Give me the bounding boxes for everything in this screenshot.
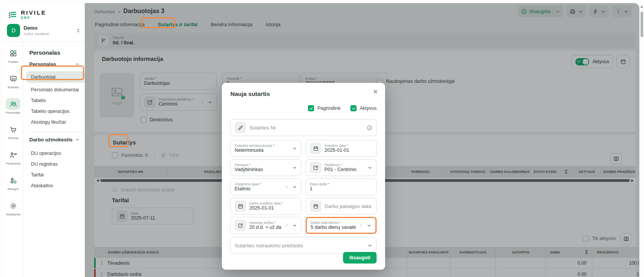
atlyginimo-tipas-select[interactable]: Atlyginimo tipasEtatinis — [230, 178, 301, 195]
rail-item-atsargos[interactable]: Atsargos — [3, 175, 23, 191]
sidebar-item-atostogu-likuciai[interactable]: Atostogų likučiai — [26, 116, 86, 128]
chevron-down-icon[interactable] — [292, 223, 297, 228]
rail-label: Atsargos — [3, 187, 23, 191]
calendar-icon[interactable] — [310, 200, 321, 212]
sidebar: RIVILE ERP D Demo Aušra Juodienė Pradžia… — [3, 3, 85, 277]
checkbox-checked[interactable] — [350, 105, 357, 111]
close-icon[interactable] — [373, 89, 378, 94]
aktyvus-checkbox[interactable]: Aktyvus — [350, 105, 377, 111]
sales-icon — [6, 149, 20, 161]
people-icon — [6, 98, 20, 110]
sutarties-data-field[interactable]: Sutarties data2025-01-01 — [306, 140, 377, 157]
group-darbo-uzmokestis[interactable]: Darbo užmokestis — [29, 137, 80, 143]
save-button[interactable]: Išsaugoti — [343, 252, 377, 264]
group-personalas[interactable]: Personalas — [29, 61, 80, 67]
icon-rail: Pradžia Apskaita Personalas Pirkimai Par… — [3, 42, 23, 277]
modal-title: Nauja sutartis — [230, 91, 377, 97]
calendar-icon[interactable] — [235, 200, 246, 212]
shapes-icon — [6, 175, 20, 186]
rail-label: Personalas — [3, 111, 23, 114]
page-scrollbar-thumb[interactable] — [641, 12, 643, 37]
darbo-kalendorius-select[interactable]: Darbo kalendorius5 darbo dienų savaitė — [306, 217, 377, 234]
rail-item-nustatymai[interactable]: Nustatymai — [3, 200, 23, 216]
rail-label: Pardavimai — [3, 162, 23, 165]
rail-item-personalas[interactable]: Personalas — [3, 98, 23, 114]
rail-item-pirkimai[interactable]: Pirkimai — [3, 124, 23, 140]
calendar-icon[interactable] — [310, 143, 321, 154]
chevron-down-icon[interactable] — [292, 165, 297, 170]
pagrindine-checkbox[interactable]: Pagrindinė — [308, 105, 340, 111]
pencil-icon — [235, 122, 246, 133]
rail-label: Pirkimai — [3, 136, 23, 140]
sidebar-item-du-registras[interactable]: DU registras — [26, 158, 86, 170]
sidebar-menu: Personalas Personalas Darbuotojai Person… — [23, 42, 85, 277]
pareigos-select[interactable]: PareigosVadybininkas — [230, 159, 301, 176]
user-switcher[interactable]: D Demo Aušra Juodienė — [7, 24, 81, 37]
clear-icon[interactable] — [284, 185, 289, 189]
chevron-up-icon — [75, 62, 80, 67]
sidebar-item-tabelis[interactable]: Tabelis — [26, 95, 86, 106]
gear-icon — [6, 200, 20, 212]
sidebar-item-darbuotojai[interactable]: Darbuotojai — [26, 71, 86, 83]
menu-burger-icon[interactable] — [8, 10, 18, 20]
sidebar-item-tarifai[interactable]: Tarifai — [26, 169, 86, 181]
external-link-icon[interactable] — [235, 220, 246, 231]
menu-divider — [29, 132, 83, 132]
chevron-down-icon[interactable] — [292, 146, 297, 151]
user-name: Demo — [24, 25, 49, 31]
sidebar-item-personalo-dokumentai[interactable]: Personalo dokumentai — [26, 84, 86, 96]
atostogu-tarifas-select[interactable]: Atostogų tarifas20 d.d. + už darbo stažą — [230, 217, 301, 234]
checkbox-checked[interactable] — [308, 105, 314, 111]
chevron-down-icon[interactable] — [367, 243, 372, 248]
scrollbar-up-arrow[interactable] — [640, 5, 643, 8]
info-icon[interactable] — [367, 125, 372, 131]
external-link-icon[interactable] — [310, 162, 321, 173]
rail-label: Nustatymai — [3, 213, 23, 216]
etato-dydis-field[interactable]: Etato dydis1 — [306, 178, 377, 195]
brand-name: RIVILE — [21, 9, 46, 16]
chevron-down-icon[interactable] — [367, 223, 372, 228]
module-title: Personalas — [29, 49, 60, 56]
user-sort-icon — [75, 28, 81, 34]
chevron-down-icon[interactable] — [292, 185, 297, 190]
rail-label: Pradžia — [3, 60, 23, 64]
nutraukimo-priezastis-select[interactable]: Sutarties nutraukimo priežastis — [230, 237, 377, 254]
sidebar-item-ataskaitos[interactable]: Ataskaitos — [26, 180, 86, 191]
sidebar-item-du-operacijos[interactable]: DU operacijos — [26, 148, 86, 159]
chevron-up-icon — [75, 137, 80, 142]
avatar: D — [7, 24, 20, 37]
clear-icon[interactable] — [359, 223, 363, 228]
cart-icon — [6, 124, 20, 135]
new-contract-modal: Nauja sutartis Pagrindinė Aktyvus Sutart… — [222, 83, 385, 270]
rail-label: Apskaita — [3, 86, 23, 89]
contract-number-field[interactable]: Sutarties Nr. — [230, 119, 377, 136]
brand-sub: ERP — [21, 16, 46, 20]
home-grid-icon — [6, 47, 20, 59]
chart-board-icon — [6, 73, 20, 84]
rail-item-pardavimai[interactable]: Pardavimai — [3, 149, 23, 165]
clear-icon[interactable] — [284, 223, 289, 228]
app-logo[interactable]: RIVILE ERP — [8, 9, 46, 20]
darbo-pradzios-field[interactable]: Darbo pradžios data2025-01-01 — [230, 198, 301, 215]
rail-item-pradzia[interactable]: Pradžia — [3, 47, 23, 64]
sidebar-item-tabelio-operacijos[interactable]: Tabelio operacijos — [26, 106, 86, 117]
rail-item-apskaita[interactable]: Apskaita — [3, 73, 23, 89]
user-subtitle: Aušra Juodienė — [24, 32, 49, 36]
padalinys-select[interactable]: PadalinysP01 - Centrinis — [306, 159, 377, 176]
darbo-pabaigos-field[interactable]: Darbo pabaigos data — [306, 198, 377, 215]
chevron-down-icon[interactable] — [367, 165, 372, 170]
terminuotumas-select[interactable]: Sutarties terminuotumasNeterminuota — [230, 140, 301, 157]
